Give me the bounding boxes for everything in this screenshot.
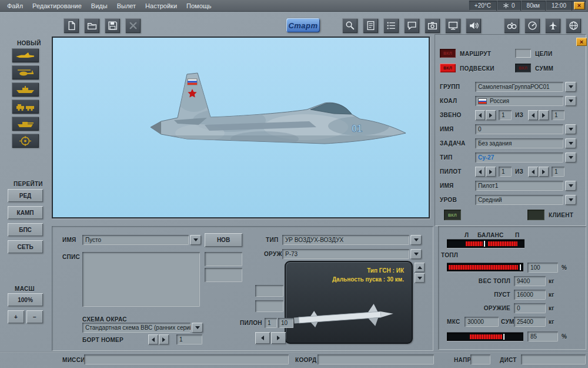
- open-mission-button[interactable]: [84, 18, 99, 33]
- panel-close-button[interactable]: ×: [576, 38, 587, 46]
- mission-list-button[interactable]: [383, 18, 399, 33]
- unit-name-dropdown-button[interactable]: [565, 124, 576, 134]
- empty-slot-box-1[interactable]: [205, 252, 242, 266]
- loadout-name-field[interactable]: Пусто: [82, 235, 189, 245]
- route-indicator[interactable]: ВКЛ: [440, 49, 456, 58]
- skill-field[interactable]: Средний: [475, 195, 563, 205]
- client-indicator[interactable]: [527, 210, 544, 220]
- group-dropdown-button[interactable]: [565, 82, 576, 92]
- skill-dropdown-button[interactable]: [565, 195, 576, 205]
- paint-scheme-dropdown-button[interactable]: [192, 323, 203, 333]
- instruments-button[interactable]: [524, 18, 540, 33]
- pilot-name-field[interactable]: Пилот1: [475, 181, 563, 191]
- bort-number-field[interactable]: 1: [176, 334, 202, 344]
- save-mission-button[interactable]: [105, 18, 120, 33]
- menu-views[interactable]: Виды: [86, 2, 112, 9]
- new-loadout-button[interactable]: НОВ: [205, 233, 242, 247]
- new-mission-button[interactable]: [64, 18, 79, 33]
- task-dropdown-button[interactable]: [565, 138, 576, 148]
- pylon-total-field[interactable]: 10: [278, 318, 293, 328]
- weapon-type-field[interactable]: УР ВОЗДУХ-ВОЗДУХ: [282, 235, 409, 245]
- world-map-button[interactable]: [566, 18, 581, 33]
- add-target-button[interactable]: [12, 134, 39, 148]
- bort-next-button[interactable]: [159, 334, 169, 344]
- start-button[interactable]: Старт: [286, 18, 320, 32]
- fuel-bar[interactable]: [447, 263, 523, 271]
- weapon-type-dropdown-button[interactable]: [410, 235, 422, 245]
- add-helicopter-button[interactable]: [12, 65, 39, 79]
- zoom-in-button[interactable]: +: [8, 310, 24, 323]
- weapon-dropdown-button[interactable]: [410, 249, 422, 259]
- targets-indicator[interactable]: [515, 49, 531, 58]
- empty-field-2[interactable]: [255, 300, 283, 312]
- messages-button[interactable]: [404, 18, 419, 33]
- goto-campaign-button[interactable]: КАМП: [8, 206, 43, 219]
- zoom-object-button[interactable]: [342, 18, 358, 33]
- load-bar[interactable]: [447, 333, 523, 341]
- aircraft-type-dropdown-button[interactable]: [565, 152, 576, 163]
- load-percent-field[interactable]: 85: [527, 331, 558, 342]
- coords-field[interactable]: [318, 354, 434, 364]
- coalition-dropdown-button[interactable]: [565, 96, 576, 106]
- loadout-listbox[interactable]: [82, 252, 200, 307]
- weapon-weight-field[interactable]: 0: [514, 303, 546, 313]
- pylon-next-button[interactable]: [271, 332, 286, 344]
- pilot-total-prev-button[interactable]: [528, 167, 538, 177]
- pilot-total-field[interactable]: 1: [552, 167, 564, 177]
- sum-weight-field[interactable]: 25400: [514, 317, 546, 327]
- flight-prev-button[interactable]: [475, 110, 485, 120]
- paint-scheme-field[interactable]: Стандартная схема ВВС (ранних серий): [82, 323, 191, 333]
- payload-indicator[interactable]: ВКЛ: [440, 64, 456, 72]
- weapon-scroll-up-button[interactable]: [415, 263, 425, 272]
- menu-flight[interactable]: Вылет: [112, 2, 141, 9]
- loadout-dropdown-button[interactable]: [190, 235, 201, 245]
- pilot-name-dropdown-button[interactable]: [565, 181, 576, 191]
- mission-path-field[interactable]: [84, 354, 289, 364]
- snapshot-button[interactable]: [425, 18, 440, 33]
- observe-button[interactable]: [504, 18, 519, 33]
- flight-total-field[interactable]: 1: [552, 110, 564, 120]
- summary-indicator[interactable]: ВКЛ: [515, 64, 531, 72]
- coalition-field[interactable]: Россия: [475, 96, 563, 106]
- goto-network-button[interactable]: СЕТЬ: [8, 240, 43, 253]
- empty-weight-field[interactable]: 16000: [514, 290, 546, 300]
- empty-field-1[interactable]: [255, 285, 283, 297]
- weapon-scroll-down-button[interactable]: [415, 273, 425, 283]
- menu-file[interactable]: Файл: [2, 2, 28, 9]
- heading-field[interactable]: [470, 354, 490, 364]
- aircraft-type-field[interactable]: Су-27: [475, 152, 563, 163]
- delete-button[interactable]: [125, 18, 141, 33]
- goto-editor-button[interactable]: РЕД: [8, 189, 43, 202]
- sound-button[interactable]: [466, 18, 481, 33]
- pilot-prev-button[interactable]: [475, 167, 485, 177]
- group-name-field[interactable]: СамолетнаяГруппаРОС01: [475, 82, 563, 92]
- max-weight-field[interactable]: 30000: [465, 317, 499, 327]
- aircraft-preview-viewport[interactable]: 01: [52, 37, 430, 218]
- enable-indicator-button[interactable]: ВКЛ: [444, 210, 461, 220]
- unit-name-field[interactable]: 0: [475, 124, 563, 134]
- flight-total-prev-button[interactable]: [528, 110, 538, 120]
- flight-number-field[interactable]: 1: [499, 110, 512, 120]
- pilot-total-next-button[interactable]: [539, 167, 549, 177]
- app-close-button[interactable]: ×: [574, 2, 584, 9]
- empty-slot-box-2[interactable]: [205, 268, 242, 282]
- distance-field[interactable]: [521, 354, 586, 364]
- pilot-next-button[interactable]: [486, 167, 496, 177]
- flight-next-button[interactable]: [486, 110, 496, 120]
- flight-total-next-button[interactable]: [539, 110, 549, 120]
- bort-prev-button[interactable]: [148, 334, 158, 344]
- menu-options[interactable]: Настройки: [141, 2, 182, 9]
- balance-bar[interactable]: [447, 240, 524, 248]
- fuel-weight-field[interactable]: 9400: [514, 276, 546, 286]
- fly-mission-button[interactable]: [545, 18, 560, 33]
- zoom-out-button[interactable]: −: [26, 310, 43, 323]
- zoom-level-button[interactable]: 100%: [8, 293, 43, 306]
- pilot-number-field[interactable]: 1: [499, 167, 512, 177]
- menu-help[interactable]: Помощь: [182, 2, 216, 9]
- add-vehicle-button[interactable]: [12, 100, 39, 114]
- weapon-field[interactable]: Р-73: [282, 249, 409, 259]
- goto-quick-mission-button[interactable]: БПС: [8, 223, 43, 236]
- task-field[interactable]: Без задания: [475, 138, 563, 148]
- briefing-button[interactable]: [363, 18, 378, 33]
- pylon-prev-button[interactable]: [255, 332, 270, 344]
